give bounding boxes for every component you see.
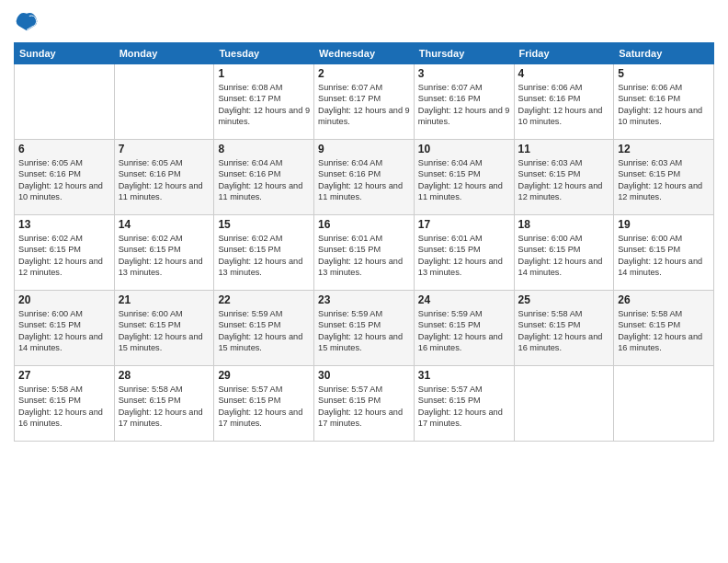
day-info: Sunrise: 5:57 AM Sunset: 6:15 PM Dayligh… [318, 384, 410, 430]
day-number: 5 [618, 67, 710, 80]
day-info: Sunrise: 5:58 AM Sunset: 6:15 PM Dayligh… [119, 384, 210, 430]
day-number: 26 [618, 293, 710, 306]
day-number: 10 [418, 143, 510, 155]
logo [14, 9, 43, 35]
day-number: 21 [119, 293, 210, 306]
day-number: 11 [518, 143, 610, 155]
day-info: Sunrise: 6:05 AM Sunset: 6:16 PM Dayligh… [18, 157, 110, 203]
day-info: Sunrise: 5:57 AM Sunset: 6:15 PM Dayligh… [218, 384, 310, 430]
day-info: Sunrise: 6:02 AM Sunset: 6:15 PM Dayligh… [218, 233, 310, 279]
day-info: Sunrise: 6:00 AM Sunset: 6:15 PM Dayligh… [618, 233, 710, 279]
column-header-wednesday: Wednesday [314, 43, 415, 64]
day-info: Sunrise: 6:08 AM Sunset: 6:17 PM Dayligh… [218, 82, 310, 128]
column-header-tuesday: Tuesday [214, 43, 314, 64]
calendar-cell: 11Sunrise: 6:03 AM Sunset: 6:15 PM Dayli… [514, 140, 614, 215]
calendar-cell: 22Sunrise: 5:59 AM Sunset: 6:15 PM Dayli… [214, 291, 314, 366]
calendar-cell: 30Sunrise: 5:57 AM Sunset: 6:15 PM Dayli… [314, 366, 415, 442]
day-info: Sunrise: 5:58 AM Sunset: 6:15 PM Dayligh… [518, 308, 610, 354]
column-header-sunday: Sunday [15, 43, 115, 64]
day-info: Sunrise: 6:00 AM Sunset: 6:15 PM Dayligh… [518, 233, 610, 279]
day-number: 13 [18, 218, 110, 231]
day-number: 4 [518, 67, 610, 80]
calendar-cell: 12Sunrise: 6:03 AM Sunset: 6:15 PM Dayli… [614, 140, 714, 215]
day-info: Sunrise: 6:00 AM Sunset: 6:15 PM Dayligh… [18, 308, 110, 354]
day-number: 29 [218, 369, 310, 382]
header-row: SundayMondayTuesdayWednesdayThursdayFrid… [15, 43, 714, 64]
day-number: 25 [518, 293, 610, 306]
week-row-5: 27Sunrise: 5:58 AM Sunset: 6:15 PM Dayli… [15, 366, 714, 442]
day-number: 16 [318, 218, 410, 231]
day-number: 15 [218, 218, 310, 231]
day-number: 3 [418, 67, 510, 80]
day-info: Sunrise: 5:58 AM Sunset: 6:15 PM Dayligh… [18, 384, 110, 430]
calendar-cell: 19Sunrise: 6:00 AM Sunset: 6:15 PM Dayli… [614, 215, 714, 291]
day-info: Sunrise: 6:07 AM Sunset: 6:16 PM Dayligh… [418, 82, 510, 128]
calendar-cell: 26Sunrise: 5:58 AM Sunset: 6:15 PM Dayli… [614, 291, 714, 366]
day-info: Sunrise: 6:06 AM Sunset: 6:16 PM Dayligh… [518, 82, 610, 128]
calendar-cell: 23Sunrise: 5:59 AM Sunset: 6:15 PM Dayli… [314, 291, 415, 366]
calendar-cell: 25Sunrise: 5:58 AM Sunset: 6:15 PM Dayli… [514, 291, 614, 366]
calendar-cell: 6Sunrise: 6:05 AM Sunset: 6:16 PM Daylig… [15, 140, 115, 215]
calendar-cell [514, 366, 614, 442]
week-row-1: 1Sunrise: 6:08 AM Sunset: 6:17 PM Daylig… [15, 64, 714, 140]
calendar-cell: 16Sunrise: 6:01 AM Sunset: 6:15 PM Dayli… [314, 215, 415, 291]
day-number: 12 [618, 143, 710, 155]
day-number: 23 [318, 293, 410, 306]
day-info: Sunrise: 6:03 AM Sunset: 6:15 PM Dayligh… [618, 157, 710, 203]
column-header-thursday: Thursday [414, 43, 514, 64]
calendar-cell: 7Sunrise: 6:05 AM Sunset: 6:16 PM Daylig… [114, 140, 214, 215]
day-number: 6 [18, 143, 110, 155]
calendar-cell: 2Sunrise: 6:07 AM Sunset: 6:17 PM Daylig… [314, 64, 415, 140]
column-header-saturday: Saturday [614, 43, 714, 64]
calendar-cell [114, 64, 214, 140]
day-info: Sunrise: 6:04 AM Sunset: 6:16 PM Dayligh… [318, 157, 410, 203]
day-info: Sunrise: 6:03 AM Sunset: 6:15 PM Dayligh… [518, 157, 610, 203]
day-number: 18 [518, 218, 610, 231]
week-row-3: 13Sunrise: 6:02 AM Sunset: 6:15 PM Dayli… [15, 215, 714, 291]
calendar-cell: 24Sunrise: 5:59 AM Sunset: 6:15 PM Dayli… [414, 291, 514, 366]
day-info: Sunrise: 6:02 AM Sunset: 6:15 PM Dayligh… [18, 233, 110, 279]
day-number: 14 [119, 218, 210, 231]
day-number: 19 [618, 218, 710, 231]
day-info: Sunrise: 6:01 AM Sunset: 6:15 PM Dayligh… [318, 233, 410, 279]
calendar-cell: 21Sunrise: 6:00 AM Sunset: 6:15 PM Dayli… [114, 291, 214, 366]
day-number: 20 [18, 293, 110, 306]
day-number: 7 [119, 143, 210, 155]
page: SundayMondayTuesdayWednesdayThursdayFrid… [0, 0, 728, 563]
calendar-cell: 17Sunrise: 6:01 AM Sunset: 6:15 PM Dayli… [414, 215, 514, 291]
calendar-cell: 4Sunrise: 6:06 AM Sunset: 6:16 PM Daylig… [514, 64, 614, 140]
day-number: 8 [218, 143, 310, 155]
day-number: 9 [318, 143, 410, 155]
day-info: Sunrise: 5:59 AM Sunset: 6:15 PM Dayligh… [418, 308, 510, 354]
day-info: Sunrise: 6:04 AM Sunset: 6:16 PM Dayligh… [218, 157, 310, 203]
calendar-cell: 27Sunrise: 5:58 AM Sunset: 6:15 PM Dayli… [15, 366, 115, 442]
day-number: 24 [418, 293, 510, 306]
column-header-friday: Friday [514, 43, 614, 64]
day-number: 22 [218, 293, 310, 306]
day-number: 17 [418, 218, 510, 231]
day-number: 1 [218, 67, 310, 80]
column-header-monday: Monday [114, 43, 214, 64]
calendar-cell: 3Sunrise: 6:07 AM Sunset: 6:16 PM Daylig… [414, 64, 514, 140]
day-info: Sunrise: 5:59 AM Sunset: 6:15 PM Dayligh… [318, 308, 410, 354]
calendar-cell: 5Sunrise: 6:06 AM Sunset: 6:16 PM Daylig… [614, 64, 714, 140]
calendar-cell: 15Sunrise: 6:02 AM Sunset: 6:15 PM Dayli… [214, 215, 314, 291]
calendar-cell: 9Sunrise: 6:04 AM Sunset: 6:16 PM Daylig… [314, 140, 415, 215]
day-info: Sunrise: 6:05 AM Sunset: 6:16 PM Dayligh… [119, 157, 210, 203]
header [14, 9, 714, 35]
day-number: 27 [18, 369, 110, 382]
calendar-cell: 20Sunrise: 6:00 AM Sunset: 6:15 PM Dayli… [15, 291, 115, 366]
calendar-cell: 10Sunrise: 6:04 AM Sunset: 6:15 PM Dayli… [414, 140, 514, 215]
calendar-table: SundayMondayTuesdayWednesdayThursdayFrid… [14, 42, 714, 442]
calendar-cell: 13Sunrise: 6:02 AM Sunset: 6:15 PM Dayli… [15, 215, 115, 291]
calendar-cell: 1Sunrise: 6:08 AM Sunset: 6:17 PM Daylig… [214, 64, 314, 140]
day-info: Sunrise: 6:00 AM Sunset: 6:15 PM Dayligh… [119, 308, 210, 354]
day-info: Sunrise: 6:02 AM Sunset: 6:15 PM Dayligh… [119, 233, 210, 279]
calendar-cell: 28Sunrise: 5:58 AM Sunset: 6:15 PM Dayli… [114, 366, 214, 442]
day-info: Sunrise: 6:04 AM Sunset: 6:15 PM Dayligh… [418, 157, 510, 203]
calendar-cell: 31Sunrise: 5:57 AM Sunset: 6:15 PM Dayli… [414, 366, 514, 442]
day-info: Sunrise: 6:01 AM Sunset: 6:15 PM Dayligh… [418, 233, 510, 279]
logo-icon [14, 9, 40, 35]
day-info: Sunrise: 5:59 AM Sunset: 6:15 PM Dayligh… [218, 308, 310, 354]
calendar-cell [614, 366, 714, 442]
